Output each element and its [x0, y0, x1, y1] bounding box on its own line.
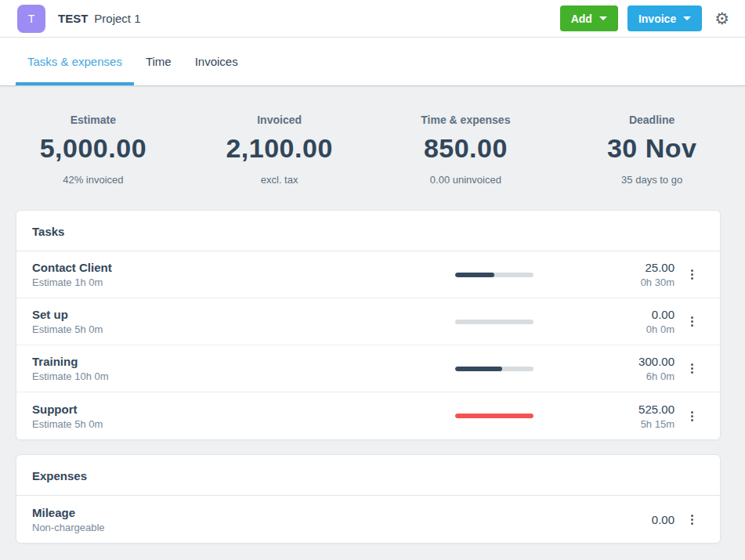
add-button-label: Add: [571, 13, 592, 25]
expense-type: Non-chargeable: [32, 522, 565, 533]
stat-sub: 42% invoiced: [0, 174, 186, 186]
expenses-card-title: Expenses: [16, 455, 720, 496]
avatar-letter: T: [28, 13, 35, 25]
stat-value: 850.00: [373, 133, 559, 164]
summary-stats: Estimate 5,000.00 42% invoiced Invoiced …: [0, 86, 745, 210]
task-info: Set up Estimate 5h 0m: [32, 308, 455, 335]
task-name: Support: [32, 403, 455, 416]
expenses-card: Expenses Mileage Non-chargeable 0.00: [16, 454, 721, 544]
task-time: 6h 0m: [565, 370, 674, 382]
app-header: T TESTProject 1 Add Invoice ⚙: [0, 0, 745, 38]
invoice-button-label: Invoice: [638, 13, 676, 25]
task-row-contact-client[interactable]: Contact Client Estimate 1h 0m 25.00 0h 3…: [16, 251, 720, 298]
tab-tasks-expenses[interactable]: Tasks & expenses: [16, 38, 134, 85]
progress-bar-fill: [455, 414, 533, 418]
task-time: 5h 15m: [565, 418, 674, 430]
stat-estimate: Estimate 5,000.00 42% invoiced: [0, 114, 186, 186]
stat-value: 30 Nov: [559, 133, 745, 164]
stat-label: Invoiced: [186, 114, 373, 126]
tab-time[interactable]: Time: [134, 38, 183, 85]
task-amounts: 300.00 6h 0m: [565, 355, 674, 382]
task-info: Training Estimate 10h 0m: [32, 355, 455, 382]
task-name: Training: [32, 355, 455, 368]
expense-name: Mileage: [32, 506, 565, 519]
task-info: Contact Client Estimate 1h 0m: [32, 261, 455, 288]
kebab-menu-icon[interactable]: [674, 510, 709, 529]
progress-bar: [455, 273, 533, 277]
kebab-menu-icon[interactable]: [674, 406, 709, 426]
task-amounts: 25.00 0h 30m: [565, 261, 674, 288]
task-amount: 0.00: [565, 308, 674, 321]
header-actions: Add Invoice ⚙: [551, 5, 729, 31]
task-name: Contact Client: [32, 261, 455, 274]
stat-deadline: Deadline 30 Nov 35 days to go: [559, 114, 745, 186]
task-estimate: Estimate 5h 0m: [32, 418, 455, 430]
task-name: Set up: [32, 308, 455, 321]
task-row-support[interactable]: Support Estimate 5h 0m 525.00 5h 15m: [16, 392, 720, 439]
task-row-set-up[interactable]: Set up Estimate 5h 0m 0.00 0h 0m: [16, 298, 720, 345]
stat-sub: 35 days to go: [559, 174, 745, 186]
chevron-down-icon: [599, 16, 607, 20]
expense-amounts: 0.00: [565, 513, 674, 526]
task-info: Support Estimate 5h 0m: [32, 403, 455, 430]
stat-label: Deadline: [559, 114, 745, 126]
avatar: T: [17, 5, 45, 33]
task-amount: 300.00: [565, 355, 674, 368]
page-title: TESTProject 1: [58, 12, 141, 25]
stat-invoiced: Invoiced 2,100.00 excl. tax: [186, 114, 373, 186]
stat-sub: 0.00 uninvoiced: [373, 174, 559, 186]
task-estimate: Estimate 1h 0m: [32, 276, 455, 288]
chevron-down-icon: [683, 16, 691, 20]
progress-bar: [455, 320, 533, 324]
task-row-training[interactable]: Training Estimate 10h 0m 300.00 6h 0m: [16, 345, 720, 392]
stat-label: Time & expenses: [373, 114, 559, 126]
add-button[interactable]: Add: [560, 5, 618, 31]
project-identity: T TESTProject 1: [17, 5, 141, 33]
tasks-card: Tasks Contact Client Estimate 1h 0m 25.0…: [16, 210, 721, 440]
tasks-card-title: Tasks: [16, 211, 720, 251]
task-amounts: 0.00 0h 0m: [565, 308, 674, 335]
task-amount: 25.00: [565, 261, 674, 274]
stat-value: 5,000.00: [0, 133, 186, 164]
stat-value: 2,100.00: [186, 133, 373, 164]
progress-bar: [455, 367, 533, 371]
gear-icon[interactable]: ⚙: [714, 10, 729, 27]
kebab-menu-icon[interactable]: [674, 312, 709, 331]
progress-bar-fill: [455, 273, 494, 277]
task-time: 0h 30m: [565, 276, 674, 288]
tab-invoices[interactable]: Invoices: [183, 38, 250, 85]
kebab-menu-icon[interactable]: [674, 265, 709, 284]
expense-row-mileage[interactable]: Mileage Non-chargeable 0.00: [16, 496, 720, 543]
task-time: 0h 0m: [565, 323, 674, 335]
kebab-menu-icon[interactable]: [674, 359, 709, 378]
task-estimate: Estimate 5h 0m: [32, 323, 455, 335]
project-code: TEST: [58, 12, 88, 25]
progress-bar-fill: [455, 367, 502, 371]
task-estimate: Estimate 10h 0m: [32, 370, 455, 382]
task-amount: 525.00: [565, 403, 674, 416]
progress-bar: [455, 414, 533, 418]
tab-bar: Tasks & expenses Time Invoices: [0, 38, 745, 86]
task-amounts: 525.00 5h 15m: [565, 403, 674, 430]
expense-info: Mileage Non-chargeable: [32, 506, 565, 533]
stat-time-expenses: Time & expenses 850.00 0.00 uninvoiced: [373, 114, 559, 186]
stat-label: Estimate: [0, 114, 186, 126]
project-name: Project 1: [94, 12, 140, 25]
invoice-button[interactable]: Invoice: [627, 5, 702, 31]
expense-amount: 0.00: [565, 513, 674, 526]
stat-sub: excl. tax: [186, 174, 373, 186]
